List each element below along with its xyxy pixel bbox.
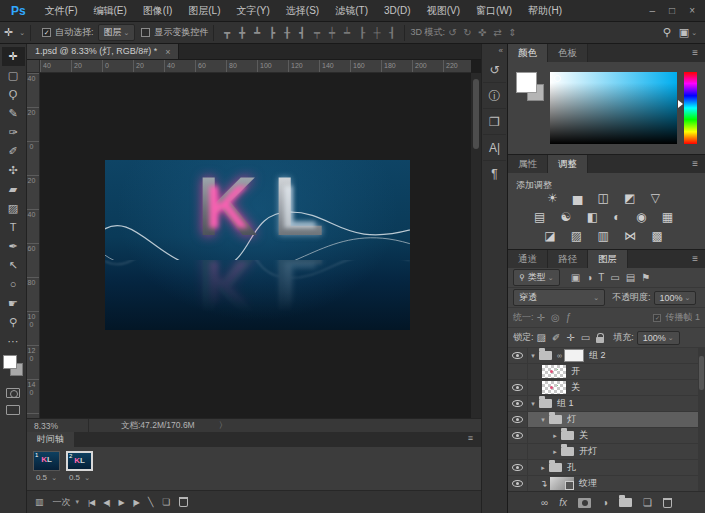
opacity-dropdown[interactable]: 100% ⌄ (654, 291, 697, 305)
foreground-color-swatch[interactable] (516, 72, 537, 93)
layer-row-off[interactable]: 关 (508, 380, 705, 396)
link-layers-button[interactable]: ∞ (541, 497, 548, 508)
filter-type-dropdown[interactable]: ⚲ 类型 ⌄ (513, 269, 560, 286)
zoom-tool[interactable]: ⚲ (2, 313, 25, 332)
history-panel-icon[interactable]: ↺ (483, 57, 506, 83)
canvas-image[interactable]: K K L L K K L L (105, 160, 410, 330)
tab-color[interactable]: 颜色 (508, 44, 548, 62)
adjustment-icons-row-3[interactable]: ◪ ▨ ▥ ⋈ ▩ (508, 229, 705, 243)
menu-type[interactable]: 文字(Y) (229, 4, 278, 18)
3d-pan-icon[interactable]: ✜ (475, 27, 490, 38)
layer-row-lamp-selected[interactable]: ▾灯 (508, 412, 705, 428)
adjustment-icons-row-2[interactable]: ▤ ☯ ◧ ◐ ◉ ▦ (508, 210, 705, 224)
3d-orbit-icon[interactable]: ↺ (445, 27, 460, 38)
layer-thumbnail[interactable] (550, 477, 574, 490)
vertical-scrollbar[interactable] (471, 73, 481, 418)
menu-layer[interactable]: 图层(L) (180, 4, 228, 18)
visibility-toggle[interactable] (508, 364, 528, 379)
tween-button[interactable]: ╲ (148, 497, 153, 507)
distribute-left-icon[interactable]: ┠ (354, 27, 369, 38)
lock-transparency-icon[interactable]: ▨ (537, 332, 546, 343)
align-hcenter-icon[interactable]: ╂ (279, 27, 294, 38)
adjustment-layer-button[interactable]: ◑ (602, 497, 608, 508)
lock-all-icon[interactable] (596, 337, 604, 343)
color-picker-marker[interactable] (554, 75, 561, 82)
layer-style-button[interactable]: fx (559, 497, 567, 508)
filter-smart-objects-icon[interactable]: ▤ (626, 272, 635, 283)
zoom-level-field[interactable]: 8.33% (27, 419, 89, 432)
adjustment-icons-row-1[interactable]: ☀ ▅ ◫ ◩ ▽ (508, 191, 705, 205)
expand-arrow-icon[interactable]: ▾ (528, 400, 538, 408)
layer-thumbnail[interactable] (542, 381, 566, 394)
tab-swatches[interactable]: 色板 (548, 44, 588, 62)
gradient-tool[interactable]: ▨ (2, 199, 25, 218)
menu-select[interactable]: 选择(S) (278, 4, 327, 18)
show-transform-checkbox[interactable] (141, 28, 150, 37)
unify-position-icon[interactable]: ✛ (537, 312, 545, 323)
layer-row-holes[interactable]: ▸孔 (508, 460, 705, 476)
menu-window[interactable]: 窗口(W) (468, 4, 520, 18)
document-tab[interactable]: 1.psd @ 8.33% (灯, RGB/8#) * × (27, 44, 179, 59)
menu-filter[interactable]: 滤镜(T) (327, 4, 376, 18)
menu-edit[interactable]: 编辑(E) (85, 4, 134, 18)
duplicate-frame-button[interactable]: ❏ (162, 497, 170, 507)
menu-file[interactable]: 文件(F) (37, 4, 86, 18)
layer-row-texture[interactable]: ↴纹理 (508, 476, 705, 491)
align-vcenter-icon[interactable]: ╋ (234, 27, 249, 38)
marquee-tool[interactable]: ▢ (2, 66, 25, 85)
frame-1-thumbnail[interactable]: 1 KL (33, 451, 60, 471)
frame-1[interactable]: 1 KL 0.5 ⌄ (32, 451, 61, 482)
blend-mode-dropdown[interactable]: 穿透 ⌄ (513, 289, 605, 306)
distribute-bottom-icon[interactable]: ┷ (339, 27, 354, 38)
fill-dropdown[interactable]: 100% ⌄ (637, 331, 680, 345)
edit-toolbar-button[interactable]: ⋯ (2, 332, 25, 351)
quick-selection-tool[interactable]: ✎ (2, 104, 25, 123)
distribute-right-icon[interactable]: ┨ (384, 27, 399, 38)
layer-row-off-sub[interactable]: ▸关 (508, 428, 705, 444)
tab-close-icon[interactable]: × (165, 47, 170, 57)
character-panel-icon[interactable]: A| (483, 135, 506, 161)
panel-menu-icon[interactable]: ≡ (685, 250, 705, 268)
next-frame-button[interactable]: |▶ (133, 498, 139, 507)
info-panel-icon[interactable]: ⓘ (483, 83, 506, 109)
menu-view[interactable]: 视图(V) (419, 4, 468, 18)
tab-channels[interactable]: 通道 (508, 250, 548, 268)
filter-pixel-layers-icon[interactable]: ▣ (571, 272, 580, 283)
layer-row-group1[interactable]: ▾组 1 (508, 396, 705, 412)
panel-menu-icon[interactable]: ≡ (460, 432, 481, 447)
align-left-icon[interactable]: ┣ (264, 27, 279, 38)
expand-arrow-icon[interactable]: ▸ (550, 448, 560, 456)
move-tool[interactable]: ✛ (2, 47, 25, 66)
workspace-icon[interactable]: ▣ (679, 26, 689, 39)
first-frame-button[interactable]: |◀ (88, 498, 94, 507)
brush-tool[interactable]: ✐ (2, 142, 25, 161)
close-button[interactable]: × (689, 5, 695, 16)
frame-2-thumbnail[interactable]: 2 KL (66, 451, 93, 471)
filter-shape-layers-icon[interactable]: ▭ (610, 272, 619, 283)
tab-adjustments[interactable]: 调整 (548, 155, 588, 173)
timeline-tab[interactable]: 时间轴 (27, 432, 74, 447)
frame-1-delay[interactable]: 0.5 ⌄ (32, 473, 61, 482)
lock-pixels-icon[interactable]: ✐ (552, 332, 560, 343)
distribute-hcenter-icon[interactable]: ┼ (369, 27, 384, 38)
visibility-toggle[interactable] (508, 348, 528, 363)
add-layer-mask-button[interactable] (578, 498, 591, 508)
visibility-toggle[interactable] (508, 380, 528, 395)
auto-select-checkbox[interactable]: ✓ (42, 28, 51, 37)
convert-timeline-icon[interactable]: ▥ (35, 497, 44, 507)
align-bottom-icon[interactable]: ┻ (249, 27, 264, 38)
type-tool[interactable]: T (2, 218, 25, 237)
saturation-field[interactable] (550, 72, 677, 144)
layer-row-group2[interactable]: ▾∞组 2 (508, 348, 705, 364)
shape-tool[interactable]: ○ (2, 275, 25, 294)
expand-arrow-icon[interactable]: ▸ (538, 464, 548, 472)
clone-source-panel-icon[interactable]: ❐ (483, 109, 506, 135)
visibility-toggle[interactable] (508, 460, 528, 475)
visibility-toggle[interactable] (508, 428, 528, 443)
workspace-caret-icon[interactable]: ⌄ (691, 29, 697, 37)
path-selection-tool[interactable]: ↖ (2, 256, 25, 275)
distribute-vcenter-icon[interactable]: ┿ (324, 27, 339, 38)
align-right-icon[interactable]: ┫ (294, 27, 309, 38)
lock-position-icon[interactable]: ✛ (566, 332, 574, 343)
3d-scale-icon[interactable]: ⇕ (505, 27, 520, 38)
